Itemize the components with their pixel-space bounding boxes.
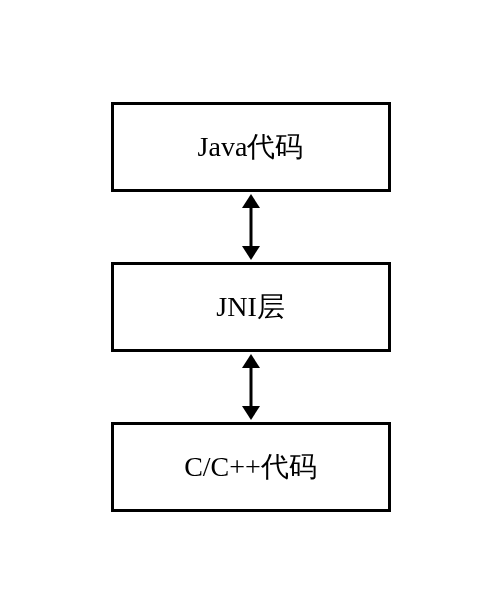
double-arrow-icon: [231, 192, 271, 262]
arrow-bottom: [231, 352, 271, 422]
svg-marker-2: [242, 246, 260, 260]
svg-marker-4: [242, 354, 260, 368]
layer-diagram: Java代码 JNI层 C/C++代码: [111, 102, 391, 512]
double-arrow-icon: [231, 352, 271, 422]
jni-layer-label: JNI层: [216, 288, 284, 326]
java-code-box: Java代码: [111, 102, 391, 192]
c-cpp-code-box: C/C++代码: [111, 422, 391, 512]
svg-marker-1: [242, 194, 260, 208]
java-code-label: Java代码: [198, 128, 304, 166]
arrow-top: [231, 192, 271, 262]
svg-marker-5: [242, 406, 260, 420]
jni-layer-box: JNI层: [111, 262, 391, 352]
c-cpp-code-label: C/C++代码: [184, 448, 317, 486]
